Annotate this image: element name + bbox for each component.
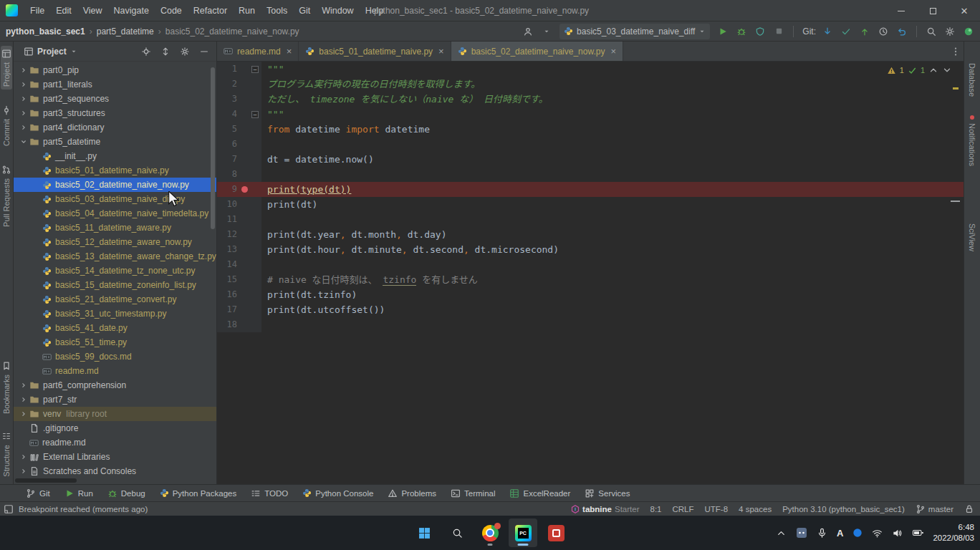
- toolwindow-button-python-console[interactable]: Python Console: [295, 485, 380, 501]
- stop-button[interactable]: [770, 23, 787, 40]
- code-line-2[interactable]: 2プログラム実行時の現在の日付時刻を取得します。: [217, 77, 964, 92]
- close-tab-icon[interactable]: ×: [438, 46, 444, 57]
- search-everywhere-button[interactable]: [923, 23, 940, 40]
- tray-app-icon[interactable]: [796, 527, 807, 539]
- error-stripe-warning-mark[interactable]: [953, 87, 959, 90]
- tray-blue-icon[interactable]: [852, 528, 863, 538]
- code-line-16[interactable]: 16print(dt.tzinfo): [217, 287, 964, 302]
- tree-item-basic5-15-datetime-zoneinfo-list-py[interactable]: basic5_15_datetime_zoneinfo_list.py: [14, 278, 216, 292]
- tree-item-venv[interactable]: venvlibrary root: [14, 407, 216, 421]
- tree-item-external-libraries[interactable]: External Libraries: [14, 450, 216, 464]
- status-lock-icon[interactable]: [964, 504, 974, 514]
- tree-item-basic5-04-datetime-naive-timedelta-py[interactable]: basic5_04_datetime_naive_timedelta.py: [14, 206, 216, 221]
- status-utf-8[interactable]: UTF-8: [705, 505, 729, 513]
- tree-item-part3-structures[interactable]: part3_structures: [14, 106, 216, 120]
- toolwindow-button-python-packages[interactable]: Python Packages: [153, 485, 244, 501]
- tree-item-basic5-11-datetime-aware-py[interactable]: basic5_11_datetime_aware.py: [14, 221, 216, 235]
- chevron-right-icon[interactable]: [18, 123, 29, 132]
- tree-item-readme-md[interactable]: readme.md: [14, 435, 216, 450]
- pycharm-taskbar-button[interactable]: PC: [509, 518, 537, 547]
- wifi-icon[interactable]: [872, 528, 883, 539]
- tree-item-part7-str[interactable]: part7_str: [14, 392, 216, 407]
- hide-panel-button[interactable]: [196, 44, 212, 59]
- chevron-right-icon[interactable]: [18, 109, 29, 117]
- settings-button[interactable]: [941, 23, 959, 40]
- git-push-button[interactable]: [856, 23, 873, 40]
- user-caret-icon[interactable]: [538, 23, 555, 40]
- code-line-4[interactable]: 4−""": [217, 107, 964, 122]
- code-line-17[interactable]: 17print(dt.utcoffset()): [217, 302, 964, 317]
- toolwindow-button-todo[interactable]: TODO: [244, 485, 295, 501]
- tool-button-structure[interactable]: Structure: [1, 428, 12, 480]
- tree-item-init-py[interactable]: __init__.py: [14, 149, 216, 163]
- chevron-down-icon[interactable]: [70, 48, 77, 55]
- coverage-button[interactable]: [751, 23, 769, 40]
- chrome-taskbar-button[interactable]: [476, 518, 504, 547]
- prev-problem-icon[interactable]: [928, 65, 938, 75]
- menu-edit[interactable]: Edit: [50, 0, 77, 21]
- menu-navigate[interactable]: Navigate: [108, 0, 155, 21]
- red-app-taskbar-button[interactable]: [542, 518, 570, 547]
- tree-item-part4-dictionary[interactable]: part4_dictionary: [14, 120, 216, 135]
- toolwindow-button-run[interactable]: Run: [57, 485, 100, 501]
- user-icon[interactable]: [519, 23, 537, 40]
- code-line-18[interactable]: 18: [217, 317, 964, 332]
- status-master[interactable]: master: [916, 504, 953, 514]
- menu-tools[interactable]: Tools: [261, 0, 293, 21]
- tree-item-basic5-99-docs-md[interactable]: basic5_99_docs.md: [14, 349, 216, 364]
- gutter-breakpoint-area[interactable]: [237, 186, 251, 193]
- chevron-right-icon[interactable]: [18, 80, 29, 89]
- tool-windows-icon[interactable]: [4, 504, 14, 514]
- battery-icon[interactable]: [912, 527, 923, 539]
- code-line-12[interactable]: 12print(dt.year, dt.month, dt.day): [217, 227, 964, 242]
- tree-item-scratches-and-consoles[interactable]: Scratches and Consoles: [14, 464, 216, 476]
- code-line-10[interactable]: 10print(dt): [217, 197, 964, 212]
- close-tab-icon[interactable]: ×: [610, 46, 616, 57]
- volume-icon[interactable]: [892, 528, 903, 539]
- tree-item-part2-sequences[interactable]: part2_sequences: [14, 92, 216, 106]
- tool-button-database[interactable]: Database: [967, 60, 977, 100]
- breadcrumb-part5-datetime[interactable]: part5_datetime: [97, 26, 154, 37]
- tool-button-notifications[interactable]: Notifications: [967, 112, 977, 169]
- ime-indicator[interactable]: A: [837, 528, 843, 539]
- tree-item-basic5-14-datetime-tz-none-utc-py[interactable]: basic5_14_datetime_tz_none_utc.py: [14, 264, 216, 278]
- fold-marker-icon[interactable]: −: [251, 111, 259, 118]
- close-button[interactable]: ✕: [948, 0, 980, 21]
- breakpoint-icon[interactable]: [241, 186, 248, 193]
- code-line-15[interactable]: 15# naive な日付時刻は、 tzinfo を有しません: [217, 272, 964, 287]
- tree-item-part5-datetime[interactable]: part5_datetime: [14, 135, 216, 149]
- menu-refactor[interactable]: Refactor: [188, 0, 233, 21]
- git-update-button[interactable]: [819, 23, 836, 40]
- code-line-11[interactable]: 11: [217, 212, 964, 227]
- next-problem-icon[interactable]: [942, 65, 952, 75]
- chevron-down-icon[interactable]: [18, 138, 29, 146]
- microphone-icon[interactable]: [817, 528, 827, 539]
- toolwindow-button-git[interactable]: Git: [19, 485, 57, 501]
- git-commit-button[interactable]: [837, 23, 855, 40]
- close-tab-icon[interactable]: ×: [287, 46, 292, 57]
- chevron-right-icon[interactable]: [18, 395, 29, 404]
- chevron-right-icon[interactable]: [18, 95, 29, 103]
- tree-item-basic5-03-datetime-naive-diff-py[interactable]: basic5_03_datetime_naive_diff.py: [14, 192, 216, 206]
- status-4-spaces[interactable]: 4 spaces: [739, 505, 772, 513]
- toolwindow-button-services[interactable]: Services: [577, 485, 637, 501]
- editor-tab-basic5-01-datetime-naive-py[interactable]: basic5_01_datetime_naive.py×: [299, 42, 451, 61]
- chevron-right-icon[interactable]: [18, 453, 29, 461]
- menu-git[interactable]: Git: [293, 0, 316, 21]
- taskbar-search-button[interactable]: [443, 518, 471, 547]
- editor-tab-readme-md[interactable]: readme.md×: [217, 42, 299, 61]
- chevron-right-icon[interactable]: [18, 66, 29, 74]
- tree-item-part1-literals[interactable]: part1_literals: [14, 77, 216, 92]
- toolwindow-button-problems[interactable]: Problems: [380, 485, 443, 501]
- run-config-selector[interactable]: basic5_03_datetime_naive_diff: [559, 24, 710, 39]
- toolwindow-button-excelreader[interactable]: ExcelReader: [502, 485, 577, 501]
- inspection-widget[interactable]: 1 1: [887, 65, 952, 75]
- history-button[interactable]: [875, 23, 892, 40]
- taskbar-clock[interactable]: 6:48 2022/08/03: [933, 522, 974, 544]
- run-button[interactable]: [714, 23, 731, 40]
- tree-item-part0-pip[interactable]: part0_pip: [14, 63, 216, 77]
- menu-code[interactable]: Code: [155, 0, 188, 21]
- toolwindow-button-debug[interactable]: Debug: [100, 485, 153, 501]
- pycharm-logo-icon[interactable]: [6, 4, 18, 16]
- tree-item-basic5-31-utc-timestamp-py[interactable]: basic5_31_utc_timestamp.py: [14, 307, 216, 321]
